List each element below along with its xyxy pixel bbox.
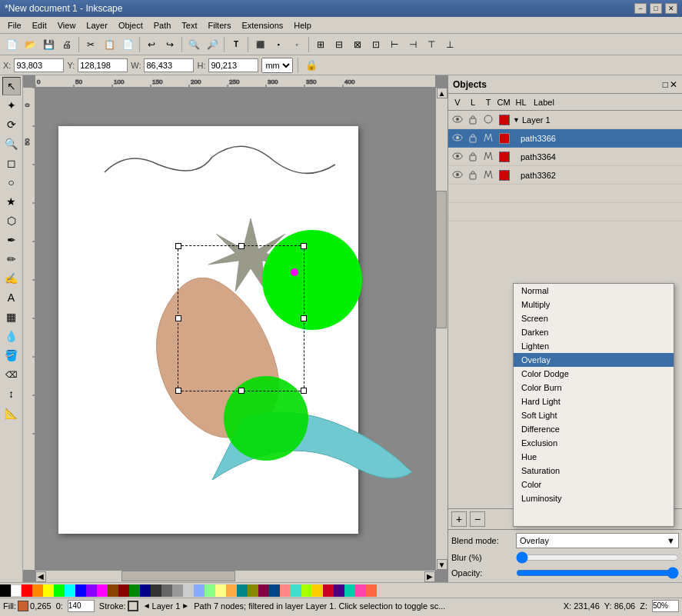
pal-cyan[interactable] [65,584,75,597]
blend-option-lighten[interactable]: Lighten [514,339,674,353]
blur-slider[interactable] [516,551,679,564]
fill-color-box[interactable] [18,601,28,611]
zoom-tool[interactable]: 🔍 [2,135,21,153]
pal-yellow[interactable] [43,584,54,597]
blend-option-color-burn[interactable]: Color Burn [514,381,674,395]
copy-button[interactable]: 📋 [101,36,118,53]
pal-gray80[interactable] [183,584,194,597]
blend-option-overlay[interactable]: Overlay [514,353,674,367]
calligraphy-tool[interactable]: ✍ [2,269,21,288]
menu-edit[interactable]: Edit [28,19,52,32]
layer-row-path3366[interactable]: path3366 [448,129,682,148]
stroke-color-box[interactable] [128,601,138,611]
cut-button[interactable]: ✂ [82,36,99,53]
menu-layer[interactable]: Layer [82,19,112,32]
blend-option-exclusion[interactable]: Exclusion [514,436,674,450]
pal-salmon[interactable] [280,584,291,597]
pal-green[interactable] [54,584,65,597]
unit-select[interactable]: mmpxcmin [261,58,293,73]
pal-maroon[interactable] [258,584,269,597]
blend-option-color-dodge[interactable]: Color Dodge [514,367,674,381]
select-tool[interactable]: ↖ [2,77,21,95]
menu-path[interactable]: Path [149,19,176,32]
pal-lightgreen[interactable] [205,584,215,597]
lock-proportions[interactable]: 🔒 [303,57,320,74]
menu-extensions[interactable]: Extensions [237,19,288,32]
text-tool[interactable]: A [2,288,21,307]
gradient-tool[interactable]: ▦ [2,308,21,326]
blend-mode-select[interactable]: Overlay ▼ [516,533,679,548]
zoom-in-button[interactable]: 🔍 [185,36,202,53]
pal-turquoise[interactable] [344,584,355,597]
pal-lime[interactable] [301,584,312,597]
canvas-area[interactable]: 0 50 100 150 200 250 300 350 400 0 50 [23,75,447,582]
pal-teal[interactable] [237,584,248,597]
pal-brown[interactable] [108,584,118,597]
menu-text[interactable]: Text [177,19,201,32]
snap-btn8[interactable]: ⊥ [441,36,458,53]
pal-fuchsia[interactable] [355,584,366,597]
connector-tool[interactable]: ↕ [2,385,21,403]
node-tool[interactable]: ✦ [2,96,21,115]
menu-filters[interactable]: Filters [204,19,236,32]
snap-btn3[interactable]: ⊠ [349,36,366,53]
layer-row-path3362[interactable]: path3362 [448,166,682,185]
paste-button[interactable]: 📄 [119,36,136,53]
lock-3364[interactable] [465,151,481,163]
pal-gray60[interactable] [172,584,183,597]
vis-eye-3362[interactable] [450,171,465,180]
snap-btn1[interactable]: ⊞ [312,36,329,53]
pal-gray40[interactable] [161,584,172,597]
remove-object-btn[interactable]: − [470,511,485,527]
x-input[interactable] [14,58,64,72]
blend-option-hue[interactable]: Hue [514,450,674,464]
redo-button[interactable]: ↪ [161,36,178,53]
panel-close[interactable]: ✕ [670,79,677,90]
w-input[interactable] [144,58,194,72]
snap-btn6[interactable]: ⊣ [404,36,421,53]
paint-tool[interactable]: 🪣 [2,346,21,365]
pal-white[interactable] [11,584,22,597]
measure-tool[interactable]: 📐 [2,404,21,422]
blend-option-luminosity[interactable]: Luminosity [514,491,674,505]
pal-crimson[interactable] [323,584,334,597]
pal-lightyellow[interactable] [215,584,226,597]
layer-arrow-left[interactable]: ◄ [143,601,151,610]
zoom-out-button[interactable]: 🔎 [204,36,221,53]
dropper-tool[interactable]: 💧 [2,327,21,345]
vis-eye[interactable] [450,115,465,125]
pal-darkblue[interactable] [140,584,151,597]
y-input[interactable] [78,58,128,72]
lock-icon[interactable] [465,114,481,126]
zoom-input[interactable] [652,600,679,612]
pal-navy[interactable] [269,584,280,597]
layer-row-layer1[interactable]: ▼ Layer 1 [448,111,682,129]
expand-arrow[interactable]: ▼ [513,116,520,124]
blend-option-darken[interactable]: Darken [514,325,674,339]
star-tool[interactable]: ★ [2,192,21,211]
new-button[interactable]: 📄 [3,36,20,53]
menu-object[interactable]: Object [114,19,148,32]
rect-tool[interactable]: ◻ [2,154,21,172]
blend-option-multiply[interactable]: Multiply [514,298,674,311]
blend-option-normal[interactable]: Normal [514,284,674,298]
blend-option-color[interactable]: Color [514,478,674,491]
vis-eye-3364[interactable] [450,152,465,161]
scroll-thumb-h[interactable] [121,571,235,581]
close-button[interactable]: ✕ [665,3,677,14]
pen-tool[interactable]: ✒ [2,231,21,249]
circle-tool[interactable]: ○ [2,173,21,191]
eraser-tool[interactable]: ⌫ [2,365,21,384]
minimize-button[interactable]: − [634,3,647,14]
pal-gray20[interactable] [151,584,161,597]
blend-option-hard-light[interactable]: Hard Light [514,395,674,408]
panel-expand[interactable]: □ [663,79,668,90]
pal-blue[interactable] [75,584,86,597]
align-left[interactable]: ⬛ [251,36,268,53]
scrollbar-bottom[interactable]: ◀ ▶ [35,570,435,582]
opacity-slider[interactable] [516,567,679,579]
canvas-viewport[interactable] [35,88,435,570]
tweak-tool[interactable]: ⟳ [2,115,21,134]
blend-option-saturation[interactable]: Saturation [514,464,674,478]
menu-help[interactable]: Help [289,19,316,32]
